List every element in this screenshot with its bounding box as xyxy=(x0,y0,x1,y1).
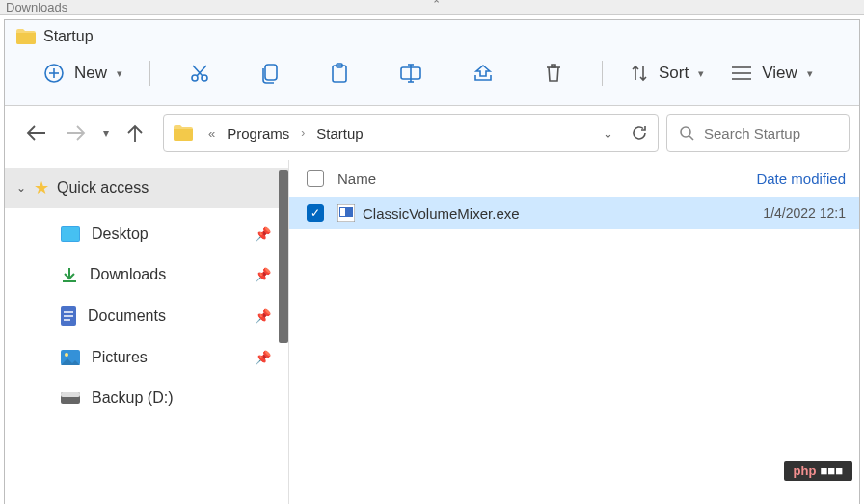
sort-button-label: Sort xyxy=(659,64,688,83)
sidebar-item-label: Downloads xyxy=(90,266,166,283)
copy-icon xyxy=(260,63,280,84)
drive-icon xyxy=(61,392,80,404)
toolbar-separator xyxy=(149,61,150,86)
svg-rect-32 xyxy=(340,208,345,216)
titlebar: Startup xyxy=(5,20,859,49)
share-icon xyxy=(472,64,494,83)
watermark: php ■■■ xyxy=(784,461,852,481)
svg-point-17 xyxy=(681,127,690,137)
sidebar-item-desktop[interactable]: Desktop 📌 xyxy=(5,214,288,254)
desktop-icon xyxy=(61,226,80,242)
watermark-rest: ■■■ xyxy=(820,464,843,478)
chevron-down-icon: ▾ xyxy=(698,67,704,80)
share-button[interactable] xyxy=(463,58,503,89)
recent-dropdown[interactable]: ▾ xyxy=(103,126,109,140)
svg-rect-29 xyxy=(61,392,80,397)
star-icon: ★ xyxy=(34,177,49,199)
column-name[interactable]: Name xyxy=(338,171,742,187)
clipboard-icon xyxy=(330,63,349,84)
scissors-icon xyxy=(189,63,210,84)
document-icon xyxy=(61,306,76,326)
breadcrumb[interactable]: « Programs › Startup ⌄ xyxy=(163,114,659,152)
svg-rect-7 xyxy=(265,65,277,80)
folder-icon xyxy=(174,125,193,141)
chevron-right-icon: › xyxy=(301,126,305,140)
svg-rect-20 xyxy=(62,227,79,241)
sidebar-item-label: Desktop xyxy=(92,225,148,243)
sidebar-item-downloads[interactable]: Downloads 📌 xyxy=(5,254,288,295)
nav-buttons: ▾ xyxy=(14,123,155,143)
search-input[interactable]: Search Startup xyxy=(666,114,850,152)
sidebar-item-label: Documents xyxy=(88,307,166,325)
quick-access-list: Desktop 📌 Downloads 📌 Documents 📌 xyxy=(5,208,288,418)
double-chevron-icon[interactable]: « xyxy=(208,126,215,141)
toolbar: New ▾ xyxy=(5,49,859,106)
view-icon xyxy=(731,66,752,81)
sidebar-item-pictures[interactable]: Pictures 📌 xyxy=(5,337,288,378)
plus-icon xyxy=(43,63,65,84)
select-all-checkbox[interactable] xyxy=(307,170,324,187)
view-button[interactable]: View ▾ xyxy=(721,58,823,89)
back-button[interactable] xyxy=(26,124,47,142)
watermark-php: php xyxy=(794,464,817,478)
new-button[interactable]: New ▾ xyxy=(34,57,132,90)
column-date[interactable]: Date modified xyxy=(756,171,846,187)
chevron-down-icon: ⌄ xyxy=(16,181,26,195)
file-name-text: ClassicVolumeMixer.exe xyxy=(363,205,520,222)
svg-point-27 xyxy=(65,353,68,357)
search-placeholder: Search Startup xyxy=(704,125,800,142)
quick-access-label: Quick access xyxy=(57,179,148,197)
pin-icon: 📌 xyxy=(255,350,271,365)
file-list-area: ⌃ Name Date modified ✓ ClassicVolumeMixe… xyxy=(289,160,859,504)
pin-icon: 📌 xyxy=(255,267,271,282)
folder-icon xyxy=(16,29,36,44)
svg-line-18 xyxy=(689,136,693,140)
nav-row: ▾ « Programs › Startup ⌄ Sea xyxy=(5,106,859,160)
file-checkbox[interactable]: ✓ xyxy=(307,204,324,222)
chevron-down-icon: ▾ xyxy=(807,67,813,80)
quick-access-header[interactable]: ⌄ ★ Quick access xyxy=(5,168,288,208)
window-title: Startup xyxy=(43,28,94,45)
chevron-down-icon: ▾ xyxy=(117,67,122,80)
trash-icon xyxy=(544,63,563,84)
sidebar-item-label: Pictures xyxy=(92,349,148,366)
breadcrumb-segment[interactable]: Startup xyxy=(316,125,363,142)
column-headers: Name Date modified xyxy=(289,160,859,197)
copy-button[interactable] xyxy=(251,57,289,90)
paste-button[interactable] xyxy=(320,57,359,90)
search-icon xyxy=(679,125,694,141)
forward-button[interactable] xyxy=(65,124,86,142)
refresh-button[interactable] xyxy=(631,124,648,142)
breadcrumb-dropdown[interactable]: ⌄ xyxy=(603,126,613,141)
file-explorer-window: Startup New ▾ xyxy=(4,19,860,504)
pin-icon: 📌 xyxy=(255,226,271,242)
up-button[interactable] xyxy=(126,123,144,143)
sidebar-item-label: Backup (D:) xyxy=(92,389,173,407)
new-button-label: New xyxy=(74,64,107,83)
cut-button[interactable] xyxy=(179,57,220,90)
exe-icon xyxy=(338,204,355,222)
sidebar-item-backup[interactable]: Backup (D:) xyxy=(5,378,288,418)
breadcrumb-segment[interactable]: Programs xyxy=(227,125,289,142)
file-row[interactable]: ✓ ClassicVolumeMixer.exe 1/4/2022 12:1 xyxy=(289,197,859,229)
download-icon xyxy=(61,266,78,283)
sort-icon xyxy=(630,64,649,83)
main-area: ⌄ ★ Quick access Desktop 📌 Downloads xyxy=(5,160,859,504)
sort-button[interactable]: Sort ▾ xyxy=(620,58,714,89)
scrollbar-thumb[interactable] xyxy=(279,170,288,343)
rename-icon xyxy=(399,64,422,83)
sidebar: ⌄ ★ Quick access Desktop 📌 Downloads xyxy=(5,160,289,504)
pin-icon: 📌 xyxy=(255,308,271,324)
rename-button[interactable] xyxy=(390,58,432,89)
file-date-text: 1/4/2022 12:1 xyxy=(763,205,846,221)
view-button-label: View xyxy=(762,64,797,83)
toolbar-separator xyxy=(602,61,603,86)
pictures-icon xyxy=(61,350,80,365)
sidebar-item-documents[interactable]: Documents 📌 xyxy=(5,295,288,337)
delete-button[interactable] xyxy=(534,57,573,90)
